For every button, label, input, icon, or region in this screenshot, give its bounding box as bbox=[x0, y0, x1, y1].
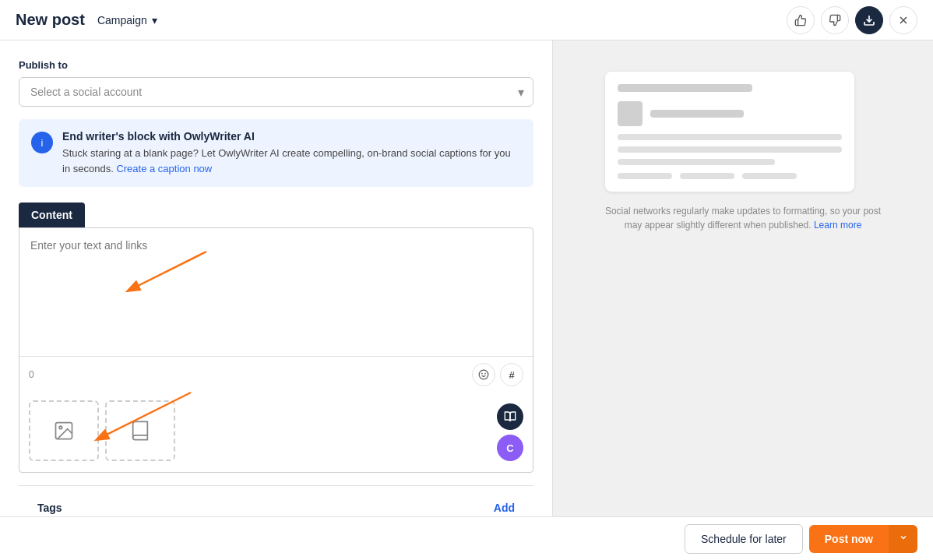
ai-banner-description: Stuck staring at a blank page? Let OwlyW… bbox=[62, 146, 521, 176]
campaign-label: Campaign bbox=[97, 14, 147, 26]
post-now-chevron-button[interactable] bbox=[889, 525, 917, 553]
media-side-icons: C bbox=[497, 403, 523, 461]
close-button[interactable] bbox=[889, 6, 917, 34]
preview-name-bar bbox=[650, 110, 744, 118]
char-count: 0 bbox=[29, 369, 34, 380]
ai-banner-title: End writer's block with OwlyWriter AI bbox=[62, 130, 521, 143]
svg-point-5 bbox=[485, 373, 486, 374]
content-icons: # bbox=[472, 363, 523, 386]
right-panel: Social networks regularly make updates t… bbox=[553, 41, 933, 516]
schedule-for-later-button[interactable]: Schedule for later bbox=[685, 524, 803, 554]
thumbs-down-button[interactable] bbox=[821, 6, 849, 34]
main-layout: Publish to Select a social account ▾ i E… bbox=[0, 41, 933, 516]
thumbs-up-button[interactable] bbox=[787, 6, 815, 34]
emoji-icon bbox=[478, 369, 489, 380]
tags-add-button[interactable]: Add bbox=[494, 502, 515, 514]
preview-line-3 bbox=[618, 159, 775, 165]
ai-content-button[interactable]: C bbox=[497, 435, 523, 461]
svg-point-7 bbox=[59, 426, 62, 429]
album-upload-thumb[interactable] bbox=[105, 400, 175, 461]
text-input[interactable] bbox=[19, 228, 533, 353]
content-toolbar: 0 # bbox=[19, 356, 533, 393]
tags-section: Tags Add No tags added. bbox=[19, 485, 533, 516]
tags-label: Tags bbox=[37, 502, 62, 514]
hashtag-button[interactable]: # bbox=[500, 363, 523, 386]
preview-container: Social networks regularly make updates t… bbox=[605, 72, 881, 232]
preview-bottom-bar-2 bbox=[680, 173, 734, 179]
ai-banner: i End writer's block with OwlyWriter AI … bbox=[19, 119, 533, 187]
preview-bottom-row bbox=[618, 173, 842, 179]
preview-card bbox=[605, 72, 854, 192]
campaign-button[interactable]: Campaign ▾ bbox=[97, 14, 157, 26]
page-title: New post bbox=[16, 11, 85, 29]
post-now-group: Post now bbox=[809, 525, 917, 553]
download-button[interactable] bbox=[855, 6, 883, 34]
thumbs-down-icon bbox=[829, 14, 841, 26]
header-actions bbox=[787, 6, 917, 34]
chevron-down-icon bbox=[899, 533, 908, 542]
create-caption-link[interactable]: Create a caption now bbox=[116, 163, 212, 174]
preview-top-bar bbox=[618, 84, 752, 92]
footer: Schedule for later Post now bbox=[0, 516, 933, 560]
thumbs-up-icon bbox=[794, 14, 807, 26]
publish-to-label: Publish to bbox=[19, 59, 533, 71]
preview-line-2 bbox=[618, 146, 842, 153]
campaign-chevron-icon: ▾ bbox=[152, 14, 157, 26]
book-open-icon bbox=[504, 410, 516, 423]
svg-point-3 bbox=[479, 370, 488, 379]
content-tab[interactable]: Content bbox=[19, 203, 85, 227]
close-icon bbox=[897, 14, 910, 26]
preview-avatar-row bbox=[618, 101, 842, 126]
book-icon bbox=[129, 420, 151, 442]
preview-line-1 bbox=[618, 134, 842, 140]
emoji-button[interactable] bbox=[472, 363, 495, 386]
content-tab-bar: Content bbox=[19, 203, 533, 227]
preview-note: Social networks regularly make updates t… bbox=[605, 204, 881, 232]
download-icon bbox=[863, 14, 875, 26]
post-now-button[interactable]: Post now bbox=[809, 525, 889, 553]
social-account-select[interactable]: Select a social account bbox=[19, 77, 533, 107]
preview-bottom-bar-1 bbox=[618, 173, 672, 179]
image-icon bbox=[53, 420, 75, 442]
ai-banner-content: End writer's block with OwlyWriter AI St… bbox=[62, 130, 521, 176]
preview-bottom-bar-3 bbox=[742, 173, 797, 179]
svg-point-4 bbox=[482, 373, 483, 374]
content-area: 0 # bbox=[19, 227, 533, 473]
media-library-button[interactable] bbox=[497, 403, 523, 430]
social-account-select-wrapper: Select a social account ▾ bbox=[19, 77, 533, 107]
ai-content-icon: C bbox=[506, 442, 513, 454]
learn-more-link[interactable]: Learn more bbox=[814, 220, 861, 231]
tags-header: Tags Add bbox=[37, 502, 515, 514]
left-panel: Publish to Select a social account ▾ i E… bbox=[0, 41, 553, 516]
content-wrapper: 0 # bbox=[19, 227, 533, 473]
preview-avatar bbox=[618, 101, 643, 126]
header: New post Campaign ▾ bbox=[0, 0, 933, 41]
hashtag-icon: # bbox=[509, 369, 514, 381]
image-upload-thumb[interactable] bbox=[29, 400, 99, 461]
media-area: C bbox=[19, 393, 533, 472]
ai-banner-icon: i bbox=[31, 132, 53, 153]
